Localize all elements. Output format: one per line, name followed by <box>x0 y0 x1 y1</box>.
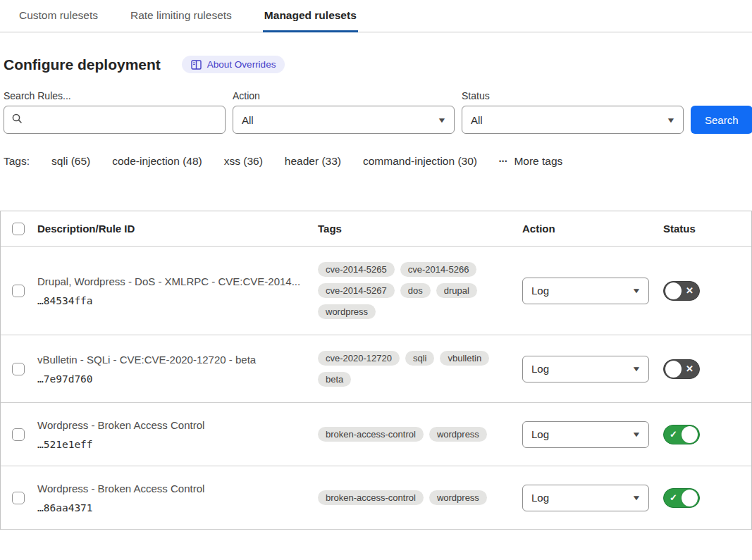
toggle-knob <box>682 490 698 506</box>
page-title: Configure deployment <box>4 56 161 73</box>
tab-bar: Custom rulesets Rate limiting rulesets M… <box>0 0 752 32</box>
status-filter-label: Status <box>462 90 684 101</box>
tag-pill: cve-2014-5267 <box>318 283 395 298</box>
tab-managed-rulesets[interactable]: Managed rulesets <box>263 0 358 32</box>
select-all-checkbox[interactable] <box>12 223 25 235</box>
tag-filter-command-injection[interactable]: command-injection (30) <box>363 155 477 168</box>
column-tags: Tags <box>318 223 522 235</box>
search-box <box>4 106 226 134</box>
column-description-rule-id: Description/Rule ID <box>37 223 318 235</box>
chevron-down-icon: ▼ <box>437 116 447 124</box>
action-select[interactable]: Log ▼ <box>522 485 649 511</box>
tag-filter-sqli[interactable]: sqli (65) <box>51 155 90 168</box>
column-status: Status <box>663 223 751 235</box>
search-icon <box>11 113 23 127</box>
table-body: Drupal, Wordpress - DoS - XMLRPC - CVE:C… <box>1 247 751 530</box>
about-overrides-label: About Overrides <box>207 59 276 70</box>
tag-pill: vbulletin <box>440 351 489 366</box>
tag-pill: dos <box>400 283 431 298</box>
action-filter-value: All <box>242 114 254 126</box>
tags-bar-label: Tags: <box>4 155 30 168</box>
action-filter-select[interactable]: All ▼ <box>233 106 455 134</box>
chevron-down-icon: ▼ <box>631 430 641 438</box>
search-input[interactable] <box>28 114 218 126</box>
tag-pill: drupal <box>436 283 477 298</box>
rule-tags: broken-access-controlwordpress <box>318 490 522 505</box>
action-select[interactable]: Log ▼ <box>522 421 649 448</box>
rule-id: …86aa4371 <box>37 502 304 514</box>
column-action: Action <box>522 223 663 235</box>
more-tags-label: More tags <box>514 155 562 168</box>
docs-icon <box>191 60 202 70</box>
toggle-knob <box>682 426 698 443</box>
rule-description: Wordpress - Broken Access Control <box>37 418 304 433</box>
tag-pill: cve-2014-5266 <box>400 262 477 277</box>
table-row: vBulletin - SQLi - CVE:CVE-2020-12720 - … <box>1 335 751 403</box>
tag-pill: broken-access-control <box>318 490 424 505</box>
action-select-value: Log <box>531 492 549 504</box>
rule-description: vBulletin - SQLi - CVE:CVE-2020-12720 - … <box>37 353 304 367</box>
x-icon: ✕ <box>682 285 698 296</box>
toggle-knob <box>665 282 682 299</box>
rule-tags: broken-access-controlwordpress <box>318 427 522 442</box>
table-header-row: Description/Rule ID Tags Action Status <box>1 211 751 247</box>
check-icon: ✓ <box>665 429 682 440</box>
more-tags-button[interactable]: ••• More tags <box>499 155 562 168</box>
rule-tags: cve-2020-12720sqlivbulletinbeta <box>318 351 522 387</box>
chevron-down-icon: ▼ <box>631 287 641 294</box>
table-row: Wordpress - Broken Access Control …521e1… <box>1 403 751 466</box>
rule-id: …84534ffa <box>37 295 304 306</box>
tab-rate-limiting-rulesets[interactable]: Rate limiting rulesets <box>129 0 233 32</box>
row-checkbox[interactable] <box>12 428 25 441</box>
tab-custom-rulesets[interactable]: Custom rulesets <box>18 0 99 32</box>
action-select-value: Log <box>531 363 549 375</box>
check-icon: ✓ <box>665 492 682 503</box>
tag-pill: broken-access-control <box>318 427 424 442</box>
tag-pill: wordpress <box>318 304 376 319</box>
rules-table: Description/Rule ID Tags Action Status D… <box>0 211 752 530</box>
tag-filter-header[interactable]: header (33) <box>285 155 341 168</box>
action-select-value: Log <box>531 285 549 297</box>
filter-bar: Search Rules... Action All ▼ Status All … <box>4 90 748 134</box>
about-overrides-badge[interactable]: About Overrides <box>182 56 285 73</box>
status-toggle[interactable]: ✓ <box>663 425 700 444</box>
tag-pill: wordpress <box>429 427 487 442</box>
status-toggle[interactable]: ✓ <box>663 488 700 508</box>
chevron-down-icon: ▼ <box>666 116 676 124</box>
tag-pill: beta <box>318 372 351 387</box>
x-icon: ✕ <box>682 363 698 374</box>
page-header: Configure deployment About Overrides <box>4 56 748 73</box>
tag-pill: sqli <box>405 351 435 366</box>
status-filter-select[interactable]: All ▼ <box>462 106 684 134</box>
tag-pill: cve-2020-12720 <box>318 351 400 366</box>
row-checkbox[interactable] <box>12 492 25 504</box>
tag-pill: cve-2014-5265 <box>318 262 395 277</box>
rule-tags: cve-2014-5265cve-2014-5266cve-2014-5267d… <box>318 262 522 319</box>
tag-filter-code-injection[interactable]: code-injection (48) <box>112 155 202 168</box>
action-filter-label: Action <box>233 90 455 101</box>
ellipsis-icon: ••• <box>499 158 507 165</box>
chevron-down-icon: ▼ <box>631 494 641 502</box>
action-select-value: Log <box>531 428 549 440</box>
status-toggle[interactable]: ✕ <box>663 281 700 301</box>
tags-bar: Tags: sqli (65) code-injection (48) xss … <box>4 155 748 168</box>
tag-filter-xss[interactable]: xss (36) <box>224 155 263 168</box>
search-rules-label: Search Rules... <box>4 90 226 101</box>
toggle-knob <box>665 361 682 378</box>
rule-id: …521e1eff <box>37 439 304 450</box>
rule-description: Drupal, Wordpress - DoS - XMLRPC - CVE:C… <box>37 275 304 289</box>
action-select[interactable]: Log ▼ <box>522 278 649 304</box>
status-filter-value: All <box>471 114 483 126</box>
row-checkbox[interactable] <box>12 363 25 375</box>
tag-pill: wordpress <box>429 490 487 505</box>
table-row: Drupal, Wordpress - DoS - XMLRPC - CVE:C… <box>1 247 751 335</box>
action-select[interactable]: Log ▼ <box>522 356 649 382</box>
table-row: Wordpress - Broken Access Control …86aa4… <box>1 466 751 530</box>
status-toggle[interactable]: ✕ <box>663 359 700 379</box>
rule-description: Wordpress - Broken Access Control <box>37 482 304 496</box>
search-button[interactable]: Search <box>691 106 752 134</box>
rule-id: …7e97d760 <box>37 373 304 385</box>
row-checkbox[interactable] <box>12 285 25 297</box>
chevron-down-icon: ▼ <box>631 365 641 373</box>
